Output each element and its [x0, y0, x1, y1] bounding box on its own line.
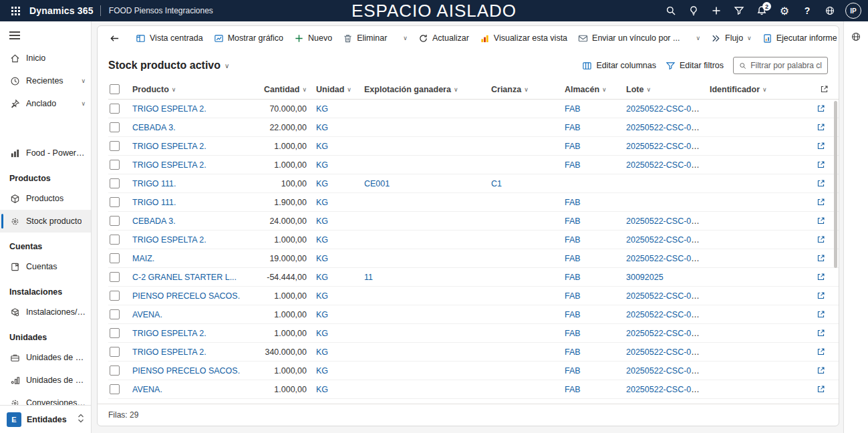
open-record-icon[interactable] — [817, 273, 825, 281]
lot-link[interactable]: 20250522-CSC-000... — [626, 142, 708, 151]
unit-link[interactable]: KG — [316, 366, 328, 376]
back-button[interactable] — [104, 29, 125, 47]
product-link[interactable]: TRIGO ESPELTA 2. — [132, 142, 206, 151]
delete-button[interactable]: Eliminar — [337, 29, 392, 47]
new-record-button[interactable]: Nuevo — [289, 29, 337, 47]
open-record-icon[interactable] — [817, 198, 825, 206]
unit-link[interactable]: KG — [316, 385, 328, 394]
sidebar-item-unidades-negocio[interactable]: Unidades de negocio — [0, 346, 91, 369]
sidebar-item-recientes[interactable]: Recientes ∨ — [0, 69, 91, 92]
lightbulb-icon[interactable] — [684, 1, 704, 21]
warehouse-link[interactable]: FAB — [565, 216, 581, 226]
open-record-icon[interactable] — [817, 385, 825, 394]
lot-link[interactable]: 20250522-CSC-000... — [626, 104, 708, 114]
lot-link[interactable]: 20250522-CSC-000... — [626, 310, 708, 319]
sidebar-item-conversiones-unidad[interactable]: Conversiones unidad... — [0, 392, 91, 405]
product-link[interactable]: PIENSO PRECELO SACOS. — [132, 291, 240, 301]
notifications-bell-icon[interactable]: 2 — [752, 1, 772, 21]
product-link[interactable]: TRIGO ESPELTA 2. — [132, 104, 206, 114]
warehouse-link[interactable]: FAB — [565, 329, 581, 338]
row-checkbox[interactable] — [110, 328, 120, 338]
table-row[interactable]: PIENSO PRECELO SACOS. 1.000,00 KG FAB 20… — [108, 287, 839, 305]
unit-link[interactable]: KG — [316, 347, 328, 357]
open-record-icon[interactable] — [817, 329, 825, 337]
column-header-lote[interactable]: Lote∨ — [626, 85, 710, 94]
open-record-icon[interactable] — [817, 291, 825, 300]
refresh-button[interactable]: Actualizar — [413, 29, 474, 47]
row-checkbox[interactable] — [110, 141, 120, 151]
table-row[interactable]: CEBADA 3. 22.000,00 KG FAB 20250522-CSC-… — [108, 118, 839, 137]
product-link[interactable]: TRIGO ESPELTA 2. — [132, 347, 206, 357]
product-link[interactable]: PIENSO PRECELO SACOS. — [132, 366, 240, 376]
column-header-unidad[interactable]: Unidad∨ — [316, 85, 364, 94]
column-header-almacen[interactable]: Almacén∨ — [565, 85, 626, 94]
row-checkbox[interactable] — [110, 122, 120, 132]
table-row[interactable]: TRIGO ESPELTA 2. 1.000,00 KG FAB 2025052… — [108, 137, 839, 156]
column-header-identificador[interactable]: Identificador∨ — [710, 85, 809, 94]
focused-view-button[interactable]: Vista centrada — [130, 29, 208, 47]
warehouse-link[interactable]: FAB — [565, 123, 581, 132]
unit-link[interactable]: KG — [316, 160, 328, 170]
warehouse-link[interactable]: FAB — [565, 291, 581, 301]
product-link[interactable]: AVENA. — [132, 385, 162, 394]
view-selector[interactable]: Stock producto activo ∨ — [108, 59, 229, 71]
sidebar-item-stock-producto[interactable]: Stock producto — [0, 210, 91, 233]
vertical-scrollbar[interactable] — [834, 101, 837, 268]
table-row[interactable]: TRIGO 111. 1.900,00 KG FAB — [108, 193, 839, 212]
flow-button[interactable]: Flujo ∨ — [706, 29, 757, 47]
product-link[interactable]: TRIGO 111. — [132, 198, 176, 207]
warehouse-link[interactable]: FAB — [565, 310, 581, 319]
product-link[interactable]: TRIGO ESPELTA 2. — [132, 235, 206, 245]
warehouse-link[interactable]: FAB — [565, 198, 581, 207]
row-checkbox[interactable] — [110, 160, 120, 170]
farm-link[interactable]: 11 — [364, 273, 373, 282]
row-checkbox[interactable] — [110, 197, 120, 207]
lot-link[interactable]: 20250522-CSC-000... — [626, 160, 708, 170]
unit-link[interactable]: KG — [316, 216, 328, 226]
warehouse-link[interactable]: FAB — [565, 142, 581, 151]
table-row[interactable]: PIENSO PRECELO SACOS. 1.000,00 KG FAB 20… — [108, 362, 839, 380]
row-checkbox[interactable] — [110, 178, 120, 188]
product-link[interactable]: TRIGO 111. — [132, 179, 176, 188]
settings-gear-icon[interactable]: ⚙ — [774, 1, 794, 21]
run-report-button[interactable]: Ejecutar informe ∨ — [757, 29, 839, 47]
search-icon[interactable] — [661, 1, 681, 21]
warehouse-link[interactable]: FAB — [565, 273, 581, 282]
unit-link[interactable]: KG — [316, 291, 328, 301]
row-checkbox[interactable] — [110, 253, 120, 263]
open-record-icon[interactable] — [817, 235, 825, 244]
sidebar-item-unidades-venta[interactable]: Unidades de venta — [0, 369, 91, 392]
open-record-icon[interactable] — [817, 104, 825, 113]
unit-link[interactable]: KG — [316, 254, 328, 263]
warehouse-link[interactable]: FAB — [565, 347, 581, 357]
table-row[interactable]: TRIGO 111. 100,00 KG CE001 C1 — [108, 174, 839, 193]
row-checkbox[interactable] — [110, 272, 120, 282]
row-checkbox[interactable] — [110, 384, 120, 394]
product-link[interactable]: CEBADA 3. — [132, 123, 176, 132]
keyword-filter-input[interactable] — [750, 61, 822, 70]
table-row[interactable]: TRIGO ESPELTA 2. 1.000,00 KG FAB 2025052… — [108, 156, 839, 174]
column-header-producto[interactable]: Producto∨ — [132, 85, 253, 94]
table-row[interactable]: C-2 GRANEL STARTER L... -54.444,00 KG 11… — [108, 268, 839, 287]
lot-link[interactable]: 20250522-CSC-000... — [626, 329, 708, 338]
column-header-crianza[interactable]: Crianza∨ — [491, 85, 565, 94]
collapse-sitemap-icon[interactable] — [0, 24, 91, 47]
table-row[interactable]: TRIGO ESPELTA 2. 70.000,00 KG FAB 202505… — [108, 100, 839, 118]
lot-link[interactable]: 20250522-CSC-000... — [626, 366, 708, 376]
unit-link[interactable]: KG — [316, 104, 328, 114]
sidebar-item-cuentas[interactable]: Cuentas — [0, 255, 91, 278]
lot-link[interactable]: 20250522-CSC-000... — [626, 385, 708, 394]
open-record-icon[interactable] — [817, 216, 825, 225]
app-launcher-waffle-icon[interactable] — [7, 2, 24, 19]
breeding-link[interactable]: C1 — [491, 179, 502, 188]
warehouse-link[interactable]: FAB — [565, 104, 581, 114]
product-link[interactable]: C-2 GRANEL STARTER L... — [132, 273, 237, 282]
show-chart-button[interactable]: Mostrar gráfico — [208, 29, 289, 47]
open-record-icon[interactable] — [817, 254, 825, 263]
help-icon[interactable]: ? — [797, 1, 817, 21]
unit-link[interactable]: KG — [316, 235, 328, 245]
sidebar-item-productos[interactable]: Productos — [0, 187, 91, 210]
unit-link[interactable]: KG — [316, 273, 328, 282]
open-record-icon[interactable] — [817, 142, 825, 150]
chevron-down-icon[interactable]: ∨ — [81, 100, 86, 107]
